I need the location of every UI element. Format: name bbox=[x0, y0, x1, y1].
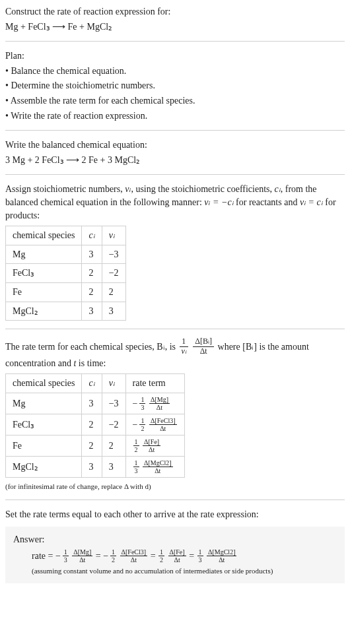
plan-item: • Balance the chemical equation. bbox=[5, 65, 345, 78]
balanced-title: Write the balanced chemical equation: bbox=[5, 139, 345, 152]
frac-num: Δ[Bᵢ] bbox=[193, 337, 214, 347]
c-i: cᵢ bbox=[275, 184, 281, 194]
cell-nui: −2 bbox=[102, 414, 125, 435]
table-row: FeCl₃ 2 −2 bbox=[6, 264, 126, 283]
rate-intro-post2: is time: bbox=[76, 358, 106, 368]
divider bbox=[5, 130, 345, 131]
assumption-note: (assuming constant volume and no accumul… bbox=[32, 566, 337, 576]
plan-item: • Determine the stoichiometric numbers. bbox=[5, 79, 345, 92]
cell-ci: 3 bbox=[82, 302, 102, 321]
rate-intro-pre: The rate term for each chemical species,… bbox=[5, 342, 178, 352]
cell-species: Mg bbox=[6, 245, 82, 264]
table-row: Mg3−3−13 Δ[Mg]Δt bbox=[6, 393, 185, 414]
rate-expression: rate = −13 Δ[Mg]Δt = −12 Δ[FeCl3]Δt = 12… bbox=[32, 548, 337, 564]
rel-react: νᵢ = −cᵢ bbox=[204, 197, 233, 207]
cell-species: MgCl₂ bbox=[6, 302, 82, 321]
divider bbox=[5, 41, 345, 42]
intro-line: Construct the rate of reaction expressio… bbox=[5, 5, 345, 18]
cell-species: Fe bbox=[6, 435, 82, 456]
cell-species: FeCl₃ bbox=[6, 264, 82, 283]
dconc-frac: Δ[Bᵢ] Δt bbox=[193, 337, 214, 356]
rate-term-intro: The rate term for each chemical species,… bbox=[5, 337, 345, 370]
cell-nui: 3 bbox=[102, 302, 125, 321]
cell-ci: 3 bbox=[82, 456, 102, 477]
col-species: chemical species bbox=[6, 226, 82, 245]
col-ci: cᵢ bbox=[82, 374, 102, 393]
intro-section: Construct the rate of reaction expressio… bbox=[5, 5, 345, 33]
for-react: for reactants and bbox=[234, 197, 300, 207]
table-row: MgCl₂ 3 3 bbox=[6, 302, 126, 321]
plan-item: • Write the rate of reaction expression. bbox=[5, 110, 345, 123]
plan-section: Plan: • Balance the chemical equation. •… bbox=[5, 49, 345, 122]
assign-text: Assign stoichiometric numbers, νᵢ, using… bbox=[5, 183, 345, 222]
plan-item: • Assemble the rate term for each chemic… bbox=[5, 94, 345, 108]
col-ci: cᵢ bbox=[82, 226, 102, 245]
divider bbox=[5, 174, 345, 175]
table-row: MgCl₂3313 Δ[MgCl2]Δt bbox=[6, 456, 185, 477]
cell-ci: 2 bbox=[82, 414, 102, 435]
final-section: Set the rate terms equal to each other t… bbox=[5, 508, 345, 583]
cell-ci: 2 bbox=[82, 264, 102, 283]
table-header-row: chemical species cᵢ νᵢ rate term bbox=[6, 374, 185, 393]
cell-nui: −2 bbox=[102, 264, 125, 283]
cell-nui: 3 bbox=[102, 456, 125, 477]
plan-title: Plan: bbox=[5, 49, 345, 63]
answer-label: Answer: bbox=[13, 533, 337, 546]
divider bbox=[5, 329, 345, 329]
intro-equation: Mg + FeCl₃ ⟶ Fe + MgCl₂ bbox=[5, 20, 345, 34]
infinitesimal-note: (for infinitesimal rate of change, repla… bbox=[5, 482, 345, 492]
cell-species: Fe bbox=[6, 282, 82, 302]
col-nui: νᵢ bbox=[102, 226, 125, 245]
assign-pre: Assign stoichiometric numbers, bbox=[5, 184, 125, 194]
table-row: FeCl₃2−2−12 Δ[FeCl3]Δt bbox=[6, 414, 185, 435]
cell-nui: 2 bbox=[102, 282, 125, 302]
table-row: Mg 3 −3 bbox=[6, 245, 126, 264]
cell-ci: 2 bbox=[82, 282, 102, 302]
cell-nui: −3 bbox=[102, 393, 125, 414]
one-over-nu: 1 νᵢ bbox=[180, 337, 188, 356]
cell-ci: 3 bbox=[82, 245, 102, 264]
frac-num: 1 bbox=[180, 337, 188, 347]
assign-mid1: , using the stoichiometric coefficients, bbox=[131, 184, 274, 194]
cell-ci: 3 bbox=[82, 393, 102, 414]
balanced-equation: 3 Mg + 2 FeCl₃ ⟶ 2 Fe + 3 MgCl₂ bbox=[5, 154, 345, 167]
col-species: chemical species bbox=[6, 374, 82, 393]
rate-term-section: The rate term for each chemical species,… bbox=[5, 337, 345, 492]
rate-table: chemical species cᵢ νᵢ rate term Mg3−3−1… bbox=[5, 373, 185, 478]
table-header-row: chemical species cᵢ νᵢ bbox=[6, 226, 126, 245]
cell-rate-term: 12 Δ[Fe]Δt bbox=[125, 435, 184, 456]
cell-rate-term: −13 Δ[Mg]Δt bbox=[125, 393, 184, 414]
stoich-table: chemical species cᵢ νᵢ Mg 3 −3 FeCl₃ 2 −… bbox=[5, 226, 126, 321]
cell-species: FeCl₃ bbox=[6, 414, 82, 435]
frac-den: Δt bbox=[193, 347, 214, 356]
table-row: Fe 2 2 bbox=[6, 282, 126, 302]
cell-rate-term: 13 Δ[MgCl2]Δt bbox=[125, 456, 184, 477]
rel-prod: νᵢ = cᵢ bbox=[300, 197, 323, 207]
divider bbox=[5, 499, 345, 500]
frac-den: νᵢ bbox=[180, 347, 188, 356]
final-intro: Set the rate terms equal to each other t… bbox=[5, 508, 345, 521]
assign-section: Assign stoichiometric numbers, νᵢ, using… bbox=[5, 183, 345, 321]
col-rate: rate term bbox=[125, 374, 184, 393]
cell-species: MgCl₂ bbox=[6, 456, 82, 477]
cell-nui: −3 bbox=[102, 245, 125, 264]
cell-nui: 2 bbox=[102, 435, 125, 456]
balanced-section: Write the balanced chemical equation: 3 … bbox=[5, 139, 345, 166]
answer-box: Answer: rate = −13 Δ[Mg]Δt = −12 Δ[FeCl3… bbox=[5, 527, 345, 583]
table-row: Fe2212 Δ[Fe]Δt bbox=[6, 435, 185, 456]
cell-species: Mg bbox=[6, 393, 82, 414]
col-nui: νᵢ bbox=[102, 374, 125, 393]
cell-ci: 2 bbox=[82, 435, 102, 456]
cell-rate-term: −12 Δ[FeCl3]Δt bbox=[125, 414, 184, 435]
